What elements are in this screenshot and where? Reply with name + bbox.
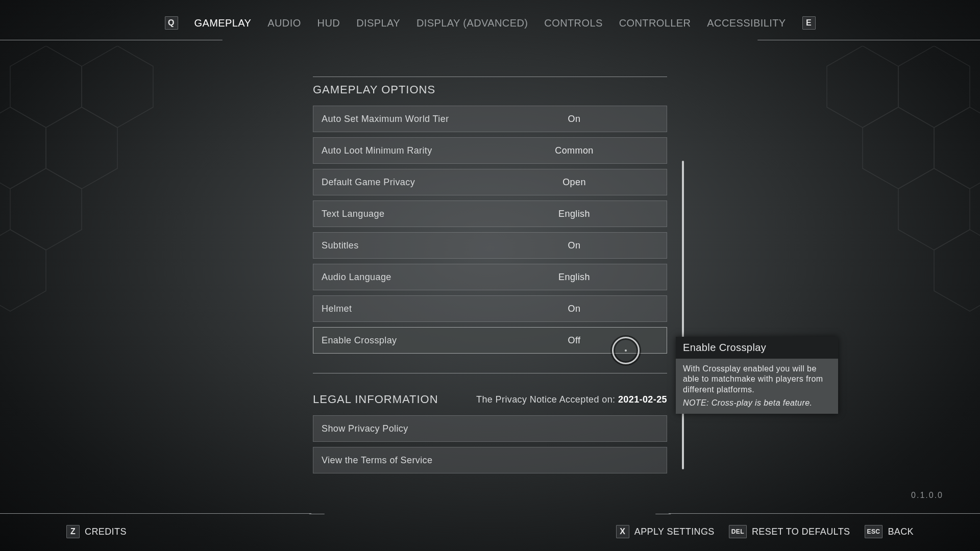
section-rule — [313, 77, 667, 77]
legal-label: Show Privacy Policy — [322, 423, 658, 434]
legal-rule — [313, 373, 667, 373]
option-row-enable-crossplay[interactable]: Enable CrossplayOff — [313, 327, 667, 354]
footer-reset-to-defaults-button[interactable]: DELRESET TO DEFAULTS — [729, 525, 850, 538]
option-label: Audio Language — [322, 272, 490, 283]
option-value: On — [490, 240, 658, 251]
option-label: Enable Crossplay — [322, 335, 490, 346]
legal-accepted: The Privacy Notice Accepted on: 2021-02-… — [476, 394, 667, 405]
section-title: GAMEPLAY OPTIONS — [313, 83, 667, 96]
prev-tab-key[interactable]: Q — [165, 16, 178, 30]
svg-marker-5 — [0, 230, 46, 311]
svg-marker-7 — [827, 46, 898, 128]
legal-row-show-privacy-policy[interactable]: Show Privacy Policy — [313, 415, 667, 442]
option-tooltip: Enable Crossplay With Crossplay enabled … — [676, 337, 838, 414]
svg-marker-6 — [898, 46, 970, 128]
option-value: English — [490, 272, 658, 283]
option-row-auto-loot-minimum-rarity[interactable]: Auto Loot Minimum RarityCommon — [313, 137, 667, 164]
footer-right: XAPPLY SETTINGSDELRESET TO DEFAULTSESCBA… — [616, 525, 914, 538]
footer-key: X — [616, 525, 629, 538]
svg-marker-9 — [863, 107, 934, 189]
svg-marker-8 — [934, 107, 980, 189]
footer-apply-settings-button[interactable]: XAPPLY SETTINGS — [616, 525, 715, 538]
legal-row-view-the-terms-of-service[interactable]: View the Terms of Service — [313, 447, 667, 473]
footer-back-button[interactable]: ESCBACK — [865, 525, 914, 538]
credits-key: Z — [66, 525, 80, 538]
footer-left: Z CREDITS — [66, 525, 127, 538]
version-label: 0.1.0.0 — [911, 491, 943, 500]
settings-content: GAMEPLAY OPTIONS Auto Set Maximum World … — [313, 77, 667, 473]
svg-marker-1 — [82, 46, 153, 128]
scrollbar-thumb[interactable] — [682, 161, 684, 469]
tabs: GAMEPLAYAUDIOHUDDISPLAYDISPLAY (ADVANCED… — [194, 17, 786, 29]
footer-label: APPLY SETTINGS — [634, 527, 715, 537]
option-value: On — [490, 304, 658, 314]
tooltip-note: NOTE: Cross-play is beta feature. — [683, 398, 831, 408]
top-tab-bar: Q GAMEPLAYAUDIOHUDDISPLAYDISPLAY (ADVANC… — [0, 10, 980, 36]
tab-audio[interactable]: AUDIO — [267, 17, 301, 29]
legal-title: LEGAL INFORMATION — [313, 393, 438, 406]
svg-marker-4 — [10, 168, 82, 250]
legal-label: View the Terms of Service — [322, 455, 658, 466]
svg-marker-11 — [934, 230, 980, 311]
svg-marker-0 — [10, 46, 82, 128]
option-value: Off — [490, 335, 658, 346]
hex-deco-right — [776, 46, 980, 321]
legal-accepted-prefix: The Privacy Notice Accepted on: — [476, 394, 618, 405]
tab-hud[interactable]: HUD — [317, 17, 340, 29]
option-row-text-language[interactable]: Text LanguageEnglish — [313, 201, 667, 227]
option-row-default-game-privacy[interactable]: Default Game PrivacyOpen — [313, 169, 667, 195]
svg-marker-2 — [0, 107, 46, 189]
tooltip-body: With Crossplay enabled you will be able … — [676, 359, 838, 414]
tooltip-text: With Crossplay enabled you will be able … — [683, 364, 823, 394]
tab-display[interactable]: DISPLAY — [356, 17, 400, 29]
svg-marker-10 — [898, 168, 970, 250]
tab-controls[interactable]: CONTROLS — [544, 17, 602, 29]
option-value: Open — [490, 177, 658, 188]
option-row-auto-set-maximum-world-tier[interactable]: Auto Set Maximum World TierOn — [313, 106, 667, 132]
option-value: Common — [490, 145, 658, 156]
svg-marker-3 — [46, 107, 117, 189]
scrollbar[interactable] — [682, 107, 684, 474]
option-label: Default Game Privacy — [322, 177, 490, 188]
credits-button[interactable]: Z CREDITS — [66, 525, 127, 538]
option-value: On — [490, 114, 658, 124]
tab-accessibility[interactable]: ACCESSIBILITY — [707, 17, 786, 29]
top-rule — [0, 40, 980, 41]
footer-label: RESET TO DEFAULTS — [752, 527, 850, 537]
hex-deco-left — [0, 46, 204, 321]
credits-label: CREDITS — [85, 527, 127, 537]
footer-label: BACK — [888, 527, 914, 537]
tab-controller[interactable]: CONTROLLER — [619, 17, 691, 29]
option-label: Helmet — [322, 304, 490, 314]
option-label: Auto Set Maximum World Tier — [322, 114, 490, 124]
legal-accepted-date: 2021-02-25 — [618, 394, 667, 405]
option-label: Text Language — [322, 209, 490, 219]
footer-key: DEL — [729, 525, 747, 538]
bottom-rule — [0, 513, 980, 514]
option-row-subtitles[interactable]: SubtitlesOn — [313, 232, 667, 259]
option-row-audio-language[interactable]: Audio LanguageEnglish — [313, 264, 667, 290]
footer-bar: Z CREDITS XAPPLY SETTINGSDELRESET TO DEF… — [0, 521, 980, 542]
footer-key: ESC — [865, 525, 883, 538]
tooltip-title: Enable Crossplay — [676, 337, 838, 359]
option-label: Auto Loot Minimum Rarity — [322, 145, 490, 156]
next-tab-key[interactable]: E — [802, 16, 816, 30]
option-rows: Auto Set Maximum World TierOnAuto Loot M… — [313, 106, 667, 354]
tab-gameplay[interactable]: GAMEPLAY — [194, 17, 252, 29]
option-value: English — [490, 209, 658, 219]
option-label: Subtitles — [322, 240, 490, 251]
legal-header: LEGAL INFORMATION The Privacy Notice Acc… — [313, 393, 667, 406]
legal-rows: Show Privacy PolicyView the Terms of Ser… — [313, 415, 667, 473]
option-row-helmet[interactable]: HelmetOn — [313, 295, 667, 322]
tab-display-advanced-[interactable]: DISPLAY (ADVANCED) — [416, 17, 528, 29]
